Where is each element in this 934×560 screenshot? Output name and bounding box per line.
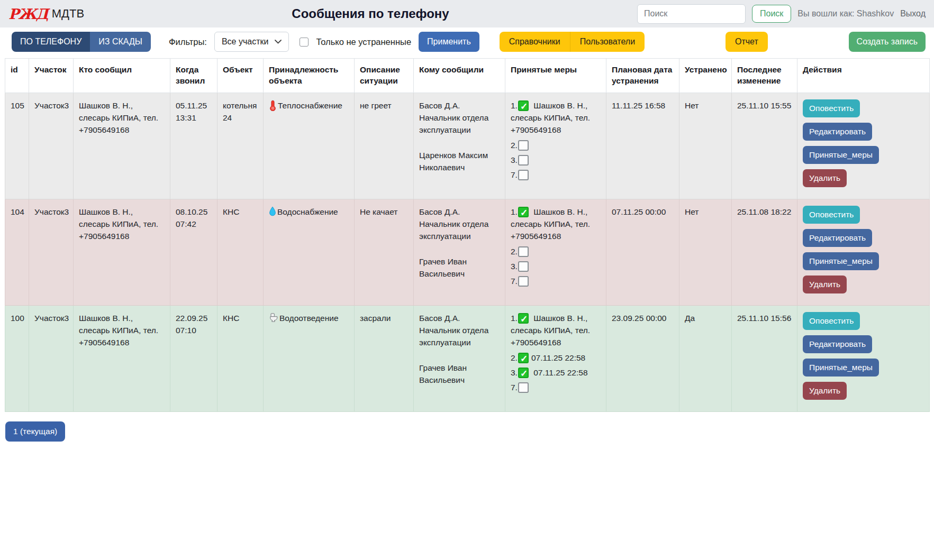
measure-item: 2. [511,139,601,151]
cell-affiliation: Водоотведение [264,305,355,411]
edit-button[interactable]: Редактировать [803,335,872,353]
tab-by-phone[interactable]: ПО ТЕЛЕФОНУ [12,32,90,52]
measure-checkbox[interactable] [518,353,529,363]
column-header-planned-date: Плановая дата устранения [606,59,679,93]
column-header-section: Участок [29,59,74,93]
affiliation-label: Водоснабжение [277,206,338,218]
measure-checkbox[interactable] [518,368,529,378]
measure-number: 2. [511,353,518,362]
measure-text: 07.11.25 22:58 [531,353,585,362]
delete-button[interactable]: Удалить [803,382,847,400]
column-header-description: Описание ситуации [355,59,414,93]
affiliation-label: Теплоснабжение [278,99,342,112]
measure-checkbox[interactable] [518,155,529,166]
create-record-button[interactable]: Создать запись [849,32,926,52]
logged-in-status: Вы вошли как: Shashkov [797,9,894,19]
thermometer-icon [269,100,277,111]
cell-reporter: Шашков В. Н., слесарь КИПиА, тел. +79056… [74,305,170,411]
notified-person: Басов Д.А. Начальник отдела эксплуатации [419,312,500,349]
report-button[interactable]: Отчет [726,32,768,52]
table-row: 100 Участок3 Шашков В. Н., слесарь КИПиА… [5,305,930,411]
cell-section: Участок3 [29,93,74,199]
search-input[interactable] [637,4,746,24]
top-bar: РЖД МДТВ Сообщения по телефону Поиск Вы … [0,0,934,27]
measure-item: 1. Шашков В. Н., слесарь КИПиА, тел. +79… [511,206,601,243]
brand-name: МДТВ [52,7,84,21]
rzd-logo: РЖД [8,6,48,22]
cell-last-change: 25.11.10 15:56 [732,305,797,411]
measure-checkbox[interactable] [518,246,529,257]
column-header-reporter: Кто сообщил [74,59,170,93]
measure-checkbox[interactable] [518,170,529,180]
cell-object: котельня 24 [217,93,264,199]
notify-button[interactable]: Оповестить [803,99,860,117]
notify-button[interactable]: Оповестить [803,312,860,330]
notified-person: Грачев Иван Васильевич [419,255,500,280]
delete-button[interactable]: Удалить [803,276,847,293]
measure-item: 1. Шашков В. Н., слесарь КИПиА, тел. +79… [511,99,601,136]
column-header-id: id [5,59,29,93]
notified-person: Басов Д.А. Начальник отдела эксплуатации [419,206,500,243]
edit-button[interactable]: Редактировать [803,229,872,247]
apply-button[interactable]: Применить [419,32,479,52]
cell-call-time: 05.11.25 13:31 [170,93,217,199]
column-header-affiliation: Принадлежность объекта [264,59,355,93]
column-header-resolved: Устранено [679,59,732,93]
measure-item: 7. [511,275,601,287]
cell-measures: 1. Шашков В. Н., слесарь КИПиА, тел. +79… [505,305,606,411]
measure-number: 2. [511,141,518,150]
filters-label: Фильтры: [169,37,207,47]
only-unresolved-checkbox[interactable] [300,38,309,47]
cell-reporter: Шашков В. Н., слесарь КИПиА, тел. +79056… [74,93,170,199]
table-row: 104 Участок3 Шашков В. Н., слесарь КИПиА… [5,199,930,305]
cell-description: не греет [355,93,414,199]
admin-buttons-group: Справочники Пользователи [500,32,645,52]
measure-item: 7. [511,169,601,181]
search-button[interactable]: Поиск [752,5,791,23]
tab-from-scada[interactable]: ИЗ СКАДЫ [90,32,151,52]
cell-object: КНС [217,305,264,411]
measure-checkbox[interactable] [518,276,529,287]
measure-checkbox[interactable] [518,100,529,111]
page-title: Сообщения по телефону [110,6,631,21]
measure-item: 2.07.11.25 22:58 [511,352,601,364]
droplet-icon [269,206,276,216]
measure-checkbox[interactable] [518,140,529,151]
cell-actions: Оповестить Редактировать Принятые_меры У… [797,305,930,411]
cell-actions: Оповестить Редактировать Принятые_меры У… [797,93,930,199]
measure-checkbox[interactable] [518,207,529,217]
measure-item: 7. [511,381,601,393]
logout-link[interactable]: Выход [900,9,926,19]
measure-item: 2. [511,245,601,258]
cell-notified: Басов Д.А. Начальник отдела эксплуатации… [414,93,505,199]
toolbar: ПО ТЕЛЕФОНУ ИЗ СКАДЫ Фильтры: Все участк… [0,27,934,56]
cell-id: 100 [5,305,29,411]
cell-planned-date: 07.11.25 00:00 [606,199,679,305]
pagination-current-button[interactable]: 1 (текущая) [5,421,65,442]
cell-resolved: Нет [679,199,732,305]
directories-button[interactable]: Справочники [500,32,570,52]
measure-item: 3. [511,260,601,272]
measure-item: 3. [511,154,601,166]
measure-number: 1. [511,314,518,323]
measures-button[interactable]: Принятые_меры [803,359,879,377]
column-header-notified: Кому сообщили [414,59,505,93]
sections-select[interactable]: Все участки [214,32,289,52]
measure-checkbox[interactable] [518,382,529,393]
chevron-down-icon [275,40,282,44]
messages-table-wrap: id Участок Кто сообщил Когда звонил Объе… [0,58,934,412]
sections-select-value: Все участки [222,37,269,47]
measure-checkbox[interactable] [518,313,529,324]
measures-button[interactable]: Принятые_меры [803,252,879,270]
measure-checkbox[interactable] [518,261,529,272]
cell-call-time: 08.10.25 07:42 [170,199,217,305]
measure-number: 7. [511,277,518,286]
delete-button[interactable]: Удалить [803,169,847,187]
notify-button[interactable]: Оповестить [803,206,860,224]
measures-button[interactable]: Принятые_меры [803,146,879,164]
cell-planned-date: 23.09.25 00:00 [606,305,679,411]
cell-last-change: 25.11.10 15:55 [732,93,797,199]
edit-button[interactable]: Редактировать [803,123,872,141]
users-button[interactable]: Пользователи [570,32,645,52]
pagination: 1 (текущая) [5,421,929,442]
